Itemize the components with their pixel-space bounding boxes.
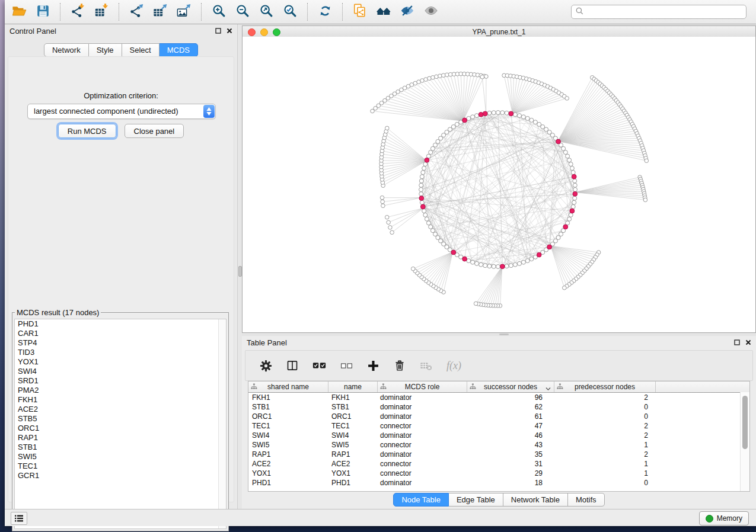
export-image-button[interactable] <box>172 1 196 23</box>
tab-select[interactable]: Select <box>122 43 160 57</box>
table-row[interactable]: SWI4SWI4dominator462 <box>248 431 749 440</box>
tab-style[interactable]: Style <box>89 43 122 57</box>
mcds-result-item[interactable]: PHD1 <box>15 319 226 329</box>
tab-motifs[interactable]: Motifs <box>568 493 605 507</box>
column-header-predecessor-nodes[interactable]: predecessor nodes <box>554 382 656 392</box>
mcds-list-scrollbar[interactable] <box>218 319 226 528</box>
mcds-result-item[interactable]: RAP1 <box>15 433 226 443</box>
zoom-in-button[interactable] <box>207 1 231 23</box>
minimize-window-icon[interactable] <box>260 28 268 36</box>
save-session-button[interactable] <box>31 1 55 23</box>
column-label: shared name <box>267 383 309 391</box>
mcds-result-item[interactable]: TID3 <box>15 348 226 357</box>
export-table-button[interactable] <box>148 1 172 23</box>
network-window-titlebar[interactable]: YPA_prune.txt_1 <box>242 25 756 38</box>
open-file-button[interactable] <box>7 1 31 23</box>
column-header-shared-name[interactable]: shared name <box>248 382 328 392</box>
show-column-button[interactable] <box>286 360 298 371</box>
tab-network[interactable]: Network <box>44 43 89 57</box>
tab-node-table[interactable]: Node Table <box>393 493 449 507</box>
zoom-out-button[interactable] <box>231 1 254 23</box>
mcds-result-item[interactable]: FKH1 <box>15 395 226 405</box>
zoom-fit-button[interactable] <box>254 1 278 23</box>
table-row[interactable]: ACE2ACE2connector311 <box>248 459 749 469</box>
cell-mcds_role: dominator <box>377 450 465 459</box>
mcds-result-item[interactable]: YOX1 <box>15 357 226 367</box>
import-table-button[interactable] <box>90 1 113 23</box>
close-panel-icon[interactable] <box>227 28 232 34</box>
mcds-result-item[interactable]: STB5 <box>15 414 226 424</box>
column-header-successor-nodes[interactable]: successor nodes <box>467 382 554 392</box>
deselect-all-rows-button[interactable] <box>340 361 353 370</box>
splitter-grip[interactable] <box>499 334 509 335</box>
cell-shared_name: YOX1 <box>248 469 328 477</box>
network-graph[interactable] <box>243 37 755 332</box>
float-panel-icon[interactable] <box>215 28 221 34</box>
table-row[interactable]: PHD1PHD1dominator180 <box>248 478 749 488</box>
first-neighbors-button[interactable] <box>372 1 395 23</box>
show-all-button[interactable] <box>419 1 443 23</box>
mcds-result-item[interactable]: GCR1 <box>15 471 226 480</box>
table-row[interactable]: YOX1YOX1connector291 <box>248 469 749 478</box>
table-row[interactable]: RAP1RAP1dominator352 <box>248 450 749 459</box>
memory-button[interactable]: Memory <box>699 511 749 525</box>
select-all-rows-button[interactable] <box>312 361 326 370</box>
mcds-result-item[interactable]: STB1 <box>15 443 226 452</box>
table-scrollbar-thumb[interactable] <box>742 396 748 449</box>
run-mcds-button[interactable]: Run MCDS <box>58 124 116 138</box>
import-network-button[interactable] <box>66 1 90 23</box>
export-network-button[interactable] <box>125 1 148 23</box>
network-canvas[interactable] <box>242 37 756 333</box>
delete-column-button[interactable] <box>394 360 406 371</box>
close-window-icon[interactable] <box>248 28 256 36</box>
mcds-result-item[interactable]: SRD1 <box>15 376 226 386</box>
mcds-result-item[interactable]: CAR1 <box>15 329 226 338</box>
float-panel-icon[interactable] <box>734 339 740 345</box>
search-input[interactable] <box>583 7 742 17</box>
tab-edge-table[interactable]: Edge Table <box>449 493 503 507</box>
mcds-result-item[interactable]: PMA2 <box>15 386 226 395</box>
column-header-name[interactable]: name <box>328 382 378 392</box>
table-row[interactable]: TEC1TEC1connector472 <box>248 421 749 431</box>
mcds-result-list[interactable]: PHD1CAR1STP4TID3YOX1SWI4SRD1PMA2FKH1ACE2… <box>14 319 227 529</box>
table-scrollbar[interactable] <box>740 392 749 491</box>
mcds-result-item[interactable]: STP4 <box>15 338 226 348</box>
tab-mcds[interactable]: MCDS <box>160 43 198 57</box>
table-panel: Table Panel f(x) shared namenameMCDS rol… <box>242 336 756 509</box>
export-network-icon <box>129 4 143 20</box>
close-panel-button[interactable]: Close panel <box>125 124 184 138</box>
tab-network-table[interactable]: Network Table <box>503 493 568 507</box>
table-panel-title: Table Panel <box>247 338 287 347</box>
zoom-selected-button[interactable] <box>278 1 302 23</box>
cell-mcds_role: connector <box>377 460 465 468</box>
search-box[interactable] <box>571 5 747 19</box>
cell-shared_name: SWI4 <box>248 431 328 440</box>
table-options-button[interactable] <box>260 360 272 372</box>
mcds-result-title: MCDS result (17 nodes) <box>15 308 101 317</box>
task-history-button[interactable] <box>11 512 27 525</box>
hide-selected-button[interactable] <box>395 1 419 23</box>
table-toolbar: f(x) <box>245 350 753 381</box>
table-row[interactable]: SWI5SWI5connector431 <box>248 440 749 450</box>
maximize-window-icon[interactable] <box>273 28 280 36</box>
clone-network-button[interactable] <box>348 1 372 23</box>
cell-successor_nodes: 47 <box>465 422 552 430</box>
zoom-in-icon <box>212 4 226 20</box>
mcds-result-item[interactable]: TEC1 <box>15 462 226 471</box>
mcds-result-item[interactable]: ORC1 <box>15 424 226 433</box>
cell-predecessor_nodes: 0 <box>552 403 653 411</box>
apply-layout-button[interactable] <box>313 1 337 23</box>
optimization-criterion-select[interactable]: largest connected component (undirected) <box>27 104 216 119</box>
table-row[interactable]: STB1STB1dominator620 <box>248 402 749 412</box>
column-header-MCDS-role[interactable]: MCDS role <box>378 382 467 392</box>
table-row[interactable]: ORC1ORC1dominator610 <box>248 412 749 421</box>
table-tabs: Node TableEdge TableNetwork TableMotifs <box>242 493 756 507</box>
mcds-result-item[interactable]: ACE2 <box>15 405 226 414</box>
table-row[interactable]: FKH1FKH1dominator962 <box>248 393 749 402</box>
mcds-result-item[interactable]: SWI5 <box>15 452 226 462</box>
refresh-icon <box>318 4 332 20</box>
create-column-button[interactable] <box>367 360 379 372</box>
status-bar: Memory <box>5 509 756 526</box>
mcds-result-item[interactable]: SWI4 <box>15 367 226 376</box>
close-panel-icon[interactable] <box>745 339 751 345</box>
